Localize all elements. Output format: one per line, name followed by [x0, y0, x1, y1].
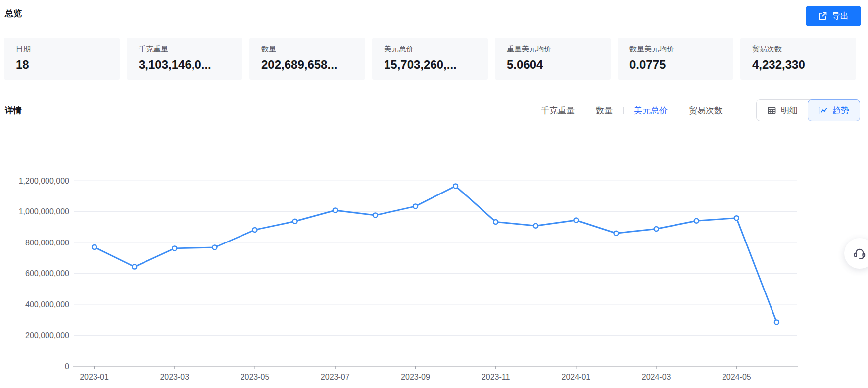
svg-text:200,000,000: 200,000,000	[25, 331, 69, 340]
trend-chart[interactable]: 0200,000,000400,000,000600,000,000800,00…	[0, 0, 868, 388]
svg-text:2023-05: 2023-05	[241, 373, 270, 381]
svg-text:0: 0	[65, 362, 69, 371]
svg-text:2023-07: 2023-07	[321, 373, 350, 381]
svg-text:2023-03: 2023-03	[160, 373, 189, 381]
svg-text:800,000,000: 800,000,000	[25, 239, 69, 247]
svg-text:2024-03: 2024-03	[642, 373, 671, 381]
svg-text:2023-09: 2023-09	[401, 373, 430, 381]
svg-text:1,200,000,000: 1,200,000,000	[19, 177, 69, 185]
headset-icon	[852, 246, 867, 261]
svg-text:2024-05: 2024-05	[722, 373, 751, 381]
svg-text:400,000,000: 400,000,000	[25, 300, 69, 309]
svg-text:2023-11: 2023-11	[482, 373, 510, 381]
svg-text:2023-01: 2023-01	[80, 373, 109, 381]
trend-chart-svg: 0200,000,000400,000,000600,000,000800,00…	[0, 0, 868, 388]
svg-text:600,000,000: 600,000,000	[25, 269, 69, 278]
svg-text:2024-01: 2024-01	[562, 373, 591, 381]
svg-text:1,000,000,000: 1,000,000,000	[19, 207, 69, 216]
